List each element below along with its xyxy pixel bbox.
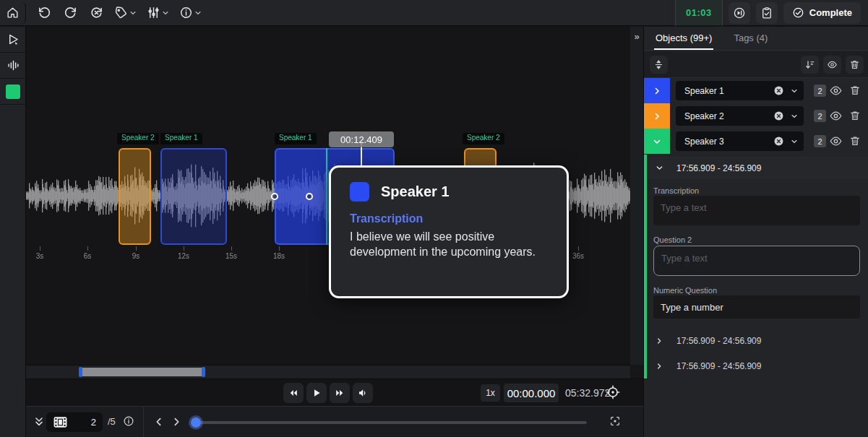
- speaker1-class-selector[interactable]: Speaker 1: [676, 81, 804, 100]
- redo-button[interactable]: [59, 2, 81, 24]
- collapse-panel-button[interactable]: »: [631, 31, 643, 44]
- rewind-button[interactable]: [283, 383, 304, 403]
- scrollbar-right-handle[interactable]: [202, 367, 205, 377]
- delete-object-button[interactable]: [849, 85, 861, 96]
- green-label-swatch: [6, 85, 20, 99]
- tick-label: 36s: [572, 252, 584, 260]
- scrollbar-thumb[interactable]: [80, 368, 204, 376]
- playhead-time-chip: 00:12.409: [329, 131, 394, 147]
- field-label: Numeric Question: [653, 286, 717, 295]
- annotation-tooltip-card: Speaker 1 Transcription I believe we wil…: [329, 165, 569, 298]
- undo-button[interactable]: [33, 2, 55, 24]
- region-resize-handle[interactable]: [306, 193, 313, 200]
- reset-annotations-button[interactable]: [85, 2, 107, 24]
- frame-number-input[interactable]: 2: [46, 412, 103, 432]
- tick-label: 18s: [273, 252, 285, 260]
- current-time-display[interactable]: 00:00.000: [504, 384, 559, 402]
- delete-object-button[interactable]: [849, 110, 861, 121]
- chevron-down-icon: [194, 9, 202, 17]
- expand-collapse-all-button[interactable]: [650, 56, 668, 74]
- info-menu-button[interactable]: [176, 2, 205, 24]
- info-icon: [179, 6, 193, 20]
- trash-icon: [849, 85, 861, 96]
- object-row-speaker3: Speaker 3 2: [644, 129, 868, 154]
- zoom-slider[interactable]: [192, 421, 587, 424]
- chevron-down-icon: [656, 164, 663, 172]
- toggle-all-visibility-button[interactable]: [823, 56, 841, 74]
- fast-forward-button[interactable]: [330, 383, 350, 403]
- collapsed-instance-row[interactable]: 17:56.909 - 24:56.909: [647, 331, 868, 350]
- region-speaker2-a[interactable]: [119, 148, 151, 245]
- eye-icon: [827, 59, 838, 70]
- chevron-right-icon: [653, 87, 661, 95]
- next-frame-button[interactable]: [171, 416, 182, 430]
- attributes-menu-button[interactable]: [144, 2, 172, 24]
- expand-speaker2-button[interactable]: [644, 103, 670, 129]
- collapse-rows-button[interactable]: [33, 416, 45, 430]
- waveform-icon: [7, 59, 20, 72]
- eye-icon: [829, 84, 843, 98]
- chevron-down-icon: [653, 137, 661, 146]
- transcription-textarea[interactable]: [653, 196, 860, 225]
- active-label-tool-button[interactable]: [0, 79, 26, 105]
- toggle-visibility-button[interactable]: [829, 134, 843, 148]
- panel-toolbar: [644, 51, 868, 78]
- speaker2-class-selector[interactable]: Speaker 2: [676, 106, 804, 126]
- frame-info-button[interactable]: [123, 415, 134, 430]
- object-name: Speaker 1: [684, 86, 724, 96]
- toggle-visibility-button[interactable]: [829, 109, 843, 123]
- clear-class-icon[interactable]: [773, 85, 784, 96]
- eye-icon: [829, 134, 843, 148]
- timeline-scrollbar[interactable]: [26, 365, 630, 378]
- playback-settings-button[interactable]: [605, 384, 622, 402]
- collapsed-instance-row[interactable]: 17:56.909 - 24:56.909: [647, 356, 868, 376]
- expand-collapse-icon: [653, 59, 664, 70]
- instance-time-range: 17:56.909 - 24:56.909: [676, 336, 761, 346]
- numeric-question-input[interactable]: [653, 295, 860, 319]
- question2-textarea[interactable]: [653, 246, 860, 276]
- region-resize-handle[interactable]: [271, 193, 278, 200]
- sliders-icon: [147, 6, 160, 20]
- complete-button[interactable]: Complete: [783, 2, 861, 24]
- expand-speaker1-button[interactable]: [644, 78, 670, 103]
- previous-frame-button[interactable]: [153, 416, 165, 430]
- waveform-tool-button[interactable]: [0, 53, 26, 79]
- tick-label: 9s: [132, 252, 140, 260]
- delete-object-button[interactable]: [849, 135, 861, 147]
- toggle-visibility-button[interactable]: [829, 84, 843, 98]
- region-speaker1-a[interactable]: [160, 148, 227, 245]
- tick-label: 15s: [225, 252, 237, 260]
- instance-time-range: 17:56.909 - 24:56.909: [676, 361, 761, 371]
- eye-icon: [829, 109, 843, 123]
- chevron-down-icon: [129, 9, 137, 17]
- waveform-canvas-area[interactable]: Speaker 2 Speaker 1 Speaker 1 Speaker 2 …: [26, 27, 630, 365]
- delete-all-button[interactable]: [846, 56, 864, 74]
- clear-class-icon[interactable]: [773, 111, 784, 121]
- clear-class-icon[interactable]: [773, 136, 784, 147]
- sort-objects-button[interactable]: [801, 56, 819, 74]
- tab-tags[interactable]: Tags (4): [732, 27, 769, 50]
- volume-icon: [357, 387, 369, 399]
- playback-tool-button[interactable]: [0, 27, 26, 53]
- tooltip-transcription-text: I believe we will see positive developme…: [350, 229, 543, 260]
- tag-menu-button[interactable]: [111, 2, 139, 24]
- play-button[interactable]: [306, 383, 327, 403]
- region-boundary-line[interactable]: [326, 148, 327, 245]
- play-next-icon: [733, 7, 746, 20]
- issues-button[interactable]: [756, 2, 778, 24]
- zoom-slider-thumb[interactable]: [191, 417, 201, 428]
- field-label: Transcription: [653, 186, 699, 195]
- tab-objects[interactable]: Objects (99+): [654, 27, 713, 50]
- scrollbar-left-handle[interactable]: [79, 367, 82, 377]
- transport-bar: 1x 00:00.000 05:32.972: [26, 378, 643, 406]
- skip-button[interactable]: [729, 2, 750, 24]
- home-button[interactable]: [0, 2, 26, 24]
- speaker3-class-selector[interactable]: Speaker 3: [676, 131, 804, 151]
- collapse-speaker3-button[interactable]: [644, 129, 670, 154]
- instance-header[interactable]: 17:56.909 - 24:56.909: [647, 157, 868, 179]
- focus-playhead-button[interactable]: [609, 415, 621, 430]
- playback-speed-button[interactable]: 1x: [481, 384, 500, 402]
- annotations-panel: Objects (99+) Tags (4) Speaker 1: [643, 27, 868, 437]
- volume-button[interactable]: [353, 383, 373, 403]
- chevron-down-icon: [791, 87, 798, 95]
